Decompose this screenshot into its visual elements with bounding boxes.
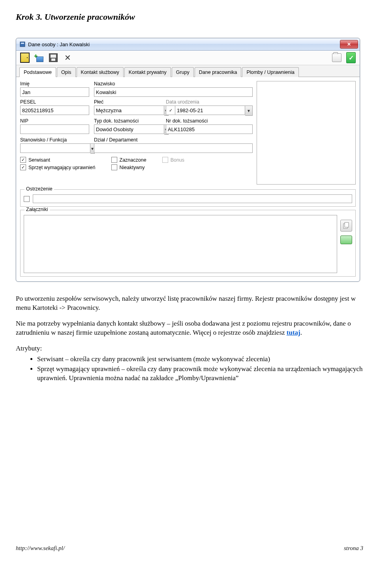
- svg-rect-0: [20, 42, 25, 47]
- date-checkbox[interactable]: ✓: [166, 106, 175, 115]
- checkbox-label: Nieaktywny: [120, 165, 145, 170]
- tab-opis[interactable]: Opis: [57, 67, 76, 77]
- add-button[interactable]: [34, 53, 44, 62]
- checkbox-label: Serwisant: [28, 157, 50, 163]
- input-nazwisko[interactable]: [94, 87, 253, 97]
- input-nr-dok[interactable]: [166, 124, 253, 134]
- folder-button[interactable]: [332, 53, 341, 62]
- close-button[interactable]: ✕: [340, 40, 358, 49]
- tab-grupy[interactable]: Grupy: [172, 67, 194, 77]
- select-plec[interactable]: [94, 106, 164, 115]
- confirm-button[interactable]: ✓: [346, 53, 356, 62]
- input-nip[interactable]: [20, 124, 89, 134]
- delete-button[interactable]: ✕: [63, 53, 72, 62]
- label-stanowisko: Stanowisko / Funkcja: [20, 137, 89, 143]
- footer-page: strona 3: [344, 545, 363, 552]
- page-footer: http://www.sekafi.pl/ strona 3: [16, 545, 363, 552]
- tab-bar: Podstawowe Opis Kontakt służbowy Kontakt…: [16, 65, 360, 77]
- toolbar: ✕ ✓: [16, 51, 360, 65]
- text-span: .: [300, 329, 302, 336]
- photo-panel: [257, 81, 356, 185]
- label-nazwisko: Nazwisko: [94, 81, 253, 87]
- list-item: Serwisant – określa czy dany pracownik j…: [37, 355, 363, 364]
- footer-url: http://www.sekafi.pl/: [16, 545, 65, 552]
- app-icon: [19, 41, 26, 47]
- checkbox-label: Sprzęt wymagający uprawnień: [28, 165, 96, 170]
- label-nip: NIP: [20, 118, 89, 124]
- checkbox-zaznaczone[interactable]: Zaznaczone: [111, 157, 146, 163]
- label-typ-dok: Typ dok. tożsamości: [94, 118, 161, 124]
- label-data-urodzenia: Data urodzenia: [166, 99, 253, 105]
- checkbox-nieaktywny[interactable]: Nieaktywny: [111, 164, 146, 170]
- dialog-window: Dane osoby : Jan Kowalski ✕ ✕ ✓ Podstawo…: [16, 38, 360, 282]
- svg-rect-1: [21, 43, 24, 44]
- checkbox-label: Bonus: [171, 157, 184, 163]
- input-dzial[interactable]: [94, 143, 253, 153]
- legend-ostrzezenie: Ostrzeżenie: [24, 186, 54, 192]
- paragraph-1: Po utworzeniu zespołów serwisowych, nale…: [16, 294, 363, 313]
- tab-podstawowe[interactable]: Podstawowe: [19, 67, 56, 77]
- input-pesel[interactable]: [20, 106, 89, 115]
- legend-zalaczniki: Załączniki: [24, 207, 50, 212]
- paragraph-2: Nie ma potrzeby wypełniania danych konta…: [16, 319, 363, 337]
- attach-add-icon[interactable]: [340, 220, 352, 232]
- checkbox-sprzet[interactable]: ✓Sprzęt wymagający uprawnień: [20, 164, 96, 170]
- label-imie: Imię: [20, 81, 89, 87]
- window-title: Dane osoby : Jan Kowalski: [28, 41, 340, 47]
- label-plec: Płeć: [94, 99, 161, 105]
- groupbox-ostrzezenie: Ostrzeżenie: [20, 189, 356, 207]
- dropdown-icon[interactable]: ▼: [245, 106, 253, 116]
- link-tutaj[interactable]: tutaj: [287, 329, 300, 336]
- checkbox-bonus: Bonus: [162, 157, 184, 163]
- checkbox-ostrzezenie[interactable]: [24, 196, 30, 202]
- input-data-urodzenia[interactable]: [175, 106, 245, 115]
- exit-button[interactable]: [20, 53, 30, 62]
- attrs-heading: Atrybuty:: [16, 344, 363, 353]
- select-typ-dok[interactable]: [94, 124, 164, 134]
- label-dzial: Dział / Departament: [94, 137, 253, 143]
- label-pesel: PESEL: [20, 99, 89, 105]
- input-imie[interactable]: [20, 87, 89, 97]
- save-button[interactable]: [49, 53, 58, 62]
- svg-rect-3: [345, 222, 349, 227]
- groupbox-zalaczniki: Załączniki: [20, 210, 356, 277]
- attrs-list: Serwisant – określa czy dany pracownik j…: [16, 355, 363, 383]
- list-item: Sprzęt wymagający uprawnień – określa cz…: [37, 365, 363, 383]
- tab-kontakt-prywatny[interactable]: Kontakt prywatny: [124, 67, 171, 77]
- step-title: Krok 3. Utworzenie pracowników: [16, 12, 363, 22]
- attachments-list[interactable]: [24, 215, 337, 273]
- select-stanowisko[interactable]: [20, 143, 90, 153]
- tab-plomby[interactable]: Plomby / Uprawnienia: [242, 67, 299, 77]
- input-ostrzezenie[interactable]: [33, 194, 352, 203]
- titlebar: Dane osoby : Jan Kowalski ✕: [16, 38, 360, 51]
- scan-icon[interactable]: [340, 236, 352, 244]
- tab-dane-pracownika[interactable]: Dane pracownika: [195, 67, 242, 77]
- checkbox-label: Zaznaczone: [120, 157, 146, 163]
- checkbox-serwisant[interactable]: ✓Serwisant: [20, 157, 96, 163]
- tab-kontakt-sluzbowy[interactable]: Kontakt służbowy: [77, 67, 124, 77]
- label-nr-dok: Nr dok. tożsamości: [166, 118, 253, 124]
